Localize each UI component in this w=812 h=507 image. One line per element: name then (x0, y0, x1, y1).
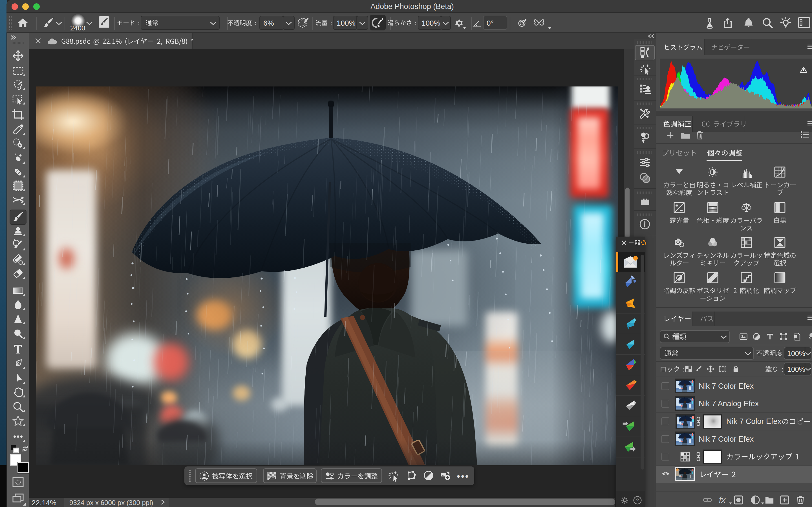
svg-text:?: ? (636, 497, 639, 503)
